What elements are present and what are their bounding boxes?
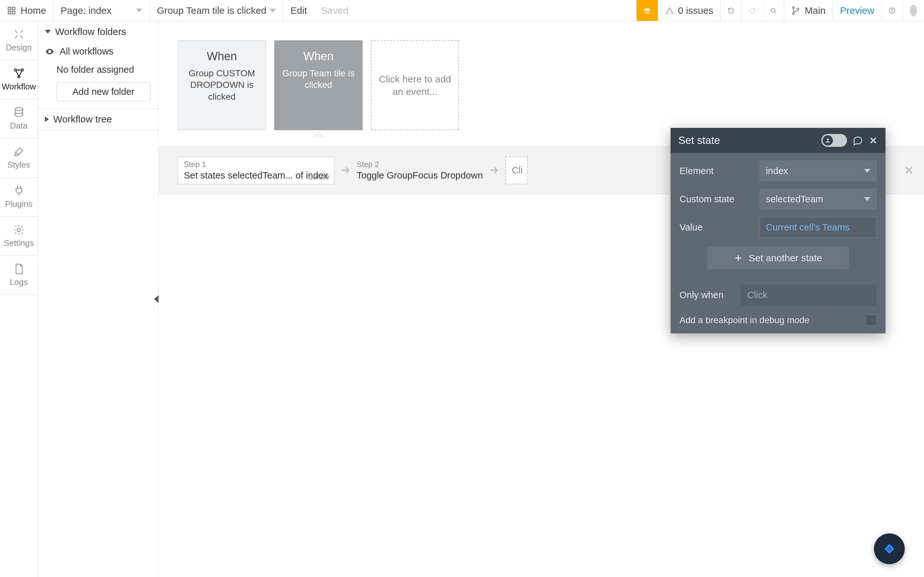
redo-button[interactable] (742, 0, 763, 21)
issues-button[interactable]: 0 issues (658, 0, 720, 21)
close-actions-button[interactable] (903, 165, 914, 176)
add-action-card[interactable]: Cli (505, 156, 528, 184)
assistant-fab[interactable] (874, 533, 905, 564)
search-icon (770, 6, 777, 15)
folders-header-label: Workflow folders (55, 26, 126, 37)
add-event-label: Click here to add an event... (378, 73, 452, 98)
rail-label: Design (6, 43, 32, 53)
undo-button[interactable] (720, 0, 742, 21)
property-panel-header[interactable]: Set state (670, 128, 885, 153)
arrow-right-icon (489, 165, 499, 176)
element-dropdown[interactable]: index (760, 161, 877, 181)
rail-label: Plugins (5, 199, 32, 209)
logo-icon (881, 540, 898, 557)
workflow-dropdown-label: Group Team tile is clicked (157, 5, 266, 16)
user-avatar[interactable] (903, 0, 924, 21)
svg-point-7 (771, 8, 775, 12)
comment-button[interactable] (853, 135, 863, 145)
home-label: Home (21, 5, 46, 16)
breakpoint-checkbox[interactable] (866, 315, 877, 326)
property-panel-body: Element index Custom state selectedTeam … (670, 153, 885, 334)
home-button[interactable]: Home (0, 0, 53, 21)
topbar-spacer (355, 0, 636, 21)
rail-label: Styles (7, 160, 30, 170)
folders-header[interactable]: Workflow folders (38, 21, 158, 42)
edit-button[interactable]: Edit (283, 0, 314, 21)
layout: Design Workflow Data Styles Plugins Sett… (0, 21, 924, 577)
rail-workflow[interactable]: Workflow (0, 60, 37, 99)
value-expression[interactable]: Current cell's Teams (760, 217, 877, 237)
comment-icon (853, 135, 863, 145)
step-delete[interactable]: delete (309, 172, 329, 181)
tree-header[interactable]: Workflow tree (38, 109, 158, 130)
rail-plugins[interactable]: Plugins (0, 177, 37, 217)
add-event-card[interactable]: Click here to add an event... (371, 40, 459, 130)
rail-design[interactable]: Design (0, 21, 37, 60)
set-another-state-label: Set another state (749, 253, 822, 263)
svg-point-18 (17, 228, 21, 232)
chevron-down-icon (864, 197, 871, 201)
element-value: index (766, 166, 788, 176)
svg-rect-1 (12, 7, 15, 10)
events-row: When Group CUSTOM DROPDOWN is clicked Wh… (158, 21, 924, 130)
collapse-sidepanel[interactable] (154, 293, 158, 306)
topbar: Home Page: index Group Team tile is clic… (0, 0, 924, 21)
set-another-state-button[interactable]: Set another state (708, 247, 849, 269)
caret-right-icon (45, 116, 49, 122)
step-number: Step 2 (357, 160, 483, 169)
gift-button[interactable] (636, 0, 658, 21)
no-folder-row[interactable]: No folder assigned (38, 61, 158, 79)
prop-label: Element (680, 166, 753, 176)
add-folder-button[interactable]: Add new folder (57, 82, 150, 101)
file-icon (13, 263, 25, 275)
rail-styles[interactable]: Styles (0, 139, 37, 177)
help-button[interactable] (882, 0, 903, 21)
preview-button[interactable]: Preview (833, 0, 882, 21)
rail-settings[interactable]: Settings (0, 217, 37, 256)
rail-label: Settings (4, 238, 34, 248)
rail-logs[interactable]: Logs (0, 256, 37, 295)
step-card[interactable]: Step 2 Toggle GroupFocus Dropdown (357, 160, 483, 181)
redo-icon (749, 6, 756, 15)
custom-state-dropdown[interactable]: selectedTeam (760, 189, 877, 210)
issues-label: 0 issues (678, 5, 713, 16)
search-button[interactable] (763, 0, 784, 21)
close-panel-button[interactable] (869, 136, 878, 145)
workflow-icon (13, 68, 25, 79)
all-workflows-row[interactable]: All workflows (38, 42, 158, 61)
add-action-label: Cli (512, 165, 523, 176)
eye-icon (45, 47, 55, 56)
event-card-selected[interactable]: When Group Team tile is clicked (274, 40, 363, 130)
event-card[interactable]: When Group CUSTOM DROPDOWN is clicked (178, 40, 266, 130)
svg-point-13 (892, 11, 892, 12)
branch-button[interactable]: Main (784, 0, 833, 21)
svg-point-23 (827, 139, 829, 140)
close-icon (869, 136, 878, 145)
all-workflows-label: All workflows (60, 46, 113, 57)
reveal-toggle[interactable] (821, 134, 847, 147)
rail-label: Workflow (2, 82, 36, 92)
design-icon (13, 29, 25, 40)
brush-icon (13, 146, 25, 157)
svg-rect-3 (12, 11, 15, 14)
step-card[interactable]: Step 1 Set states selectedTeam... of ind… (178, 156, 334, 184)
side-panel: Workflow folders All workflows No folder… (38, 21, 158, 577)
workflow-dropdown[interactable]: Group Team tile is clicked (150, 0, 283, 21)
svg-point-16 (18, 76, 20, 78)
prop-row-custom-state: Custom state selectedTeam (680, 189, 877, 210)
rail-data[interactable]: Data (0, 99, 37, 139)
breakpoint-label: Add a breakpoint in debug mode (680, 315, 809, 326)
value-text: Current cell's Teams (766, 222, 850, 233)
help-icon (889, 5, 895, 16)
undo-icon (728, 6, 734, 15)
event-desc: Group CUSTOM DROPDOWN is clicked (184, 68, 259, 103)
branch-icon (791, 6, 800, 15)
chevron-down-icon (270, 9, 276, 13)
page-dropdown[interactable]: Page: index (53, 0, 150, 21)
only-when-input[interactable]: Click (740, 285, 877, 305)
rail-label: Logs (10, 277, 27, 287)
property-panel: Set state Element index (670, 128, 885, 334)
gift-icon (644, 5, 651, 16)
prop-row-value: Value Current cell's Teams (680, 217, 877, 237)
arrow-right-icon (340, 165, 351, 176)
